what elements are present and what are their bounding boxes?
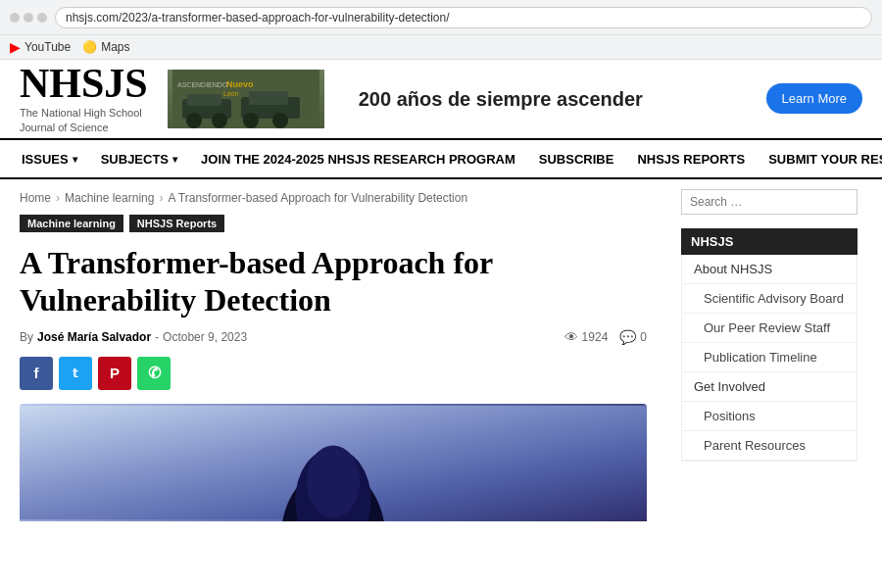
share-twitter[interactable]: 𝕥: [59, 357, 92, 390]
comments-count: 0: [640, 330, 647, 344]
ad-military-image: Nuevo León ASCENDIENDO: [168, 70, 324, 128]
ad-banner-image: Nuevo León ASCENDIENDO: [168, 70, 324, 128]
meta-right: 👁 1924 💬 0: [564, 329, 647, 345]
bookmark-maps-label: Maps: [101, 40, 129, 54]
nav-reports[interactable]: NHSJS REPORTS: [625, 138, 757, 179]
sidebar-widget-title: NHSJS: [681, 228, 858, 255]
content-area: Home › Machine learning › A Transformer-…: [0, 179, 882, 541]
ad-cta-button[interactable]: Learn More: [766, 83, 862, 114]
dot-2: [24, 13, 33, 23]
site-header: NHSJS The National High School Journal o…: [0, 60, 882, 138]
nav-subscribe[interactable]: SUBSCRIBE: [527, 138, 626, 179]
nav-subjects[interactable]: SUBJECTS ▾: [89, 138, 189, 179]
ad-text-block: 200 años de siempre ascender: [344, 87, 747, 111]
views-stat: 👁 1924: [564, 329, 609, 345]
views-count: 1924: [582, 330, 609, 344]
youtube-icon: ▶: [10, 39, 21, 55]
article-image: [20, 404, 647, 521]
dot-1: [10, 13, 20, 23]
svg-point-3: [186, 113, 202, 128]
tag-machine-learning[interactable]: Machine learning: [20, 215, 123, 232]
share-pinterest[interactable]: P: [98, 357, 131, 390]
ad-tagline: 200 años de siempre ascender: [359, 87, 732, 111]
sidebar-search[interactable]: [681, 189, 858, 215]
logo-text: NHSJS: [20, 63, 148, 104]
comment-icon: 💬: [619, 329, 636, 345]
social-share: f 𝕥 P ✆: [20, 357, 647, 390]
comments-stat: 💬 0: [619, 329, 647, 345]
nav-submit[interactable]: SUBMIT YOUR RESE: [757, 138, 882, 179]
meta-date: October 9, 2023: [163, 330, 247, 344]
sidebar-item-about[interactable]: About NHSJS: [682, 255, 857, 284]
maps-icon: 🟡: [82, 40, 97, 54]
article-meta: By José María Salvador - October 9, 2023…: [20, 329, 647, 345]
browser-dots: [10, 13, 47, 23]
svg-text:ASCENDIENDO: ASCENDIENDO: [177, 81, 228, 88]
nav-issues-arrow: ▾: [73, 154, 77, 165]
meta-by: By: [20, 330, 33, 344]
svg-text:Nuevo: Nuevo: [226, 79, 254, 89]
sidebar-menu: About NHSJS Scientific Advisory Board Ou…: [681, 255, 858, 462]
breadcrumb-machine-learning[interactable]: Machine learning: [65, 191, 154, 205]
breadcrumb-current: A Transformer-based Approach for Vulnera…: [168, 191, 467, 205]
meta-left: By José María Salvador - October 9, 2023: [20, 330, 247, 344]
svg-point-8: [272, 113, 288, 128]
sidebar: NHSJS About NHSJS Scientific Advisory Bo…: [666, 179, 872, 541]
dot-3: [37, 13, 47, 23]
bookmarks-bar: ▶ YouTube 🟡 Maps: [0, 35, 882, 60]
logo-subtext: The National High School Journal of Scie…: [20, 106, 148, 134]
bookmark-youtube-label: YouTube: [24, 40, 71, 54]
svg-point-15: [307, 445, 360, 517]
nav-subjects-arrow: ▾: [172, 154, 177, 165]
svg-rect-6: [249, 91, 288, 105]
nav-issues[interactable]: ISSUES ▾: [10, 138, 89, 179]
sidebar-item-positions[interactable]: Positions: [682, 402, 857, 431]
breadcrumb-sep-1: ›: [56, 191, 60, 205]
meta-dash: -: [155, 330, 159, 344]
svg-text:León: León: [223, 90, 239, 97]
svg-rect-2: [187, 94, 221, 106]
breadcrumb-sep-2: ›: [159, 191, 163, 205]
tag-nhsjs-reports[interactable]: NHSJS Reports: [129, 215, 224, 232]
tags-container: Machine learning NHSJS Reports: [20, 215, 647, 232]
share-whatsapp[interactable]: ✆: [137, 357, 171, 390]
sidebar-item-parent-resources[interactable]: Parent Resources: [682, 431, 857, 461]
logo-block[interactable]: NHSJS The National High School Journal o…: [20, 63, 148, 134]
sidebar-item-get-involved[interactable]: Get Involved: [682, 372, 857, 402]
main-nav: ISSUES ▾ SUBJECTS ▾ JOIN THE 2024-2025 N…: [0, 138, 882, 179]
eye-icon: 👁: [564, 329, 578, 345]
article-title: A Transformer-based Approach for Vulnera…: [20, 244, 647, 319]
breadcrumb: Home › Machine learning › A Transformer-…: [20, 191, 647, 205]
svg-point-4: [212, 113, 227, 128]
sidebar-item-advisory[interactable]: Scientific Advisory Board: [682, 284, 857, 314]
sidebar-item-peer-review[interactable]: Our Peer Review Staff: [682, 314, 857, 343]
address-bar[interactable]: nhsjs.com/2023/a-transformer-based-appro…: [55, 7, 872, 28]
nav-research-program[interactable]: JOIN THE 2024-2025 NHSJS RESEARCH PROGRA…: [189, 138, 527, 179]
bookmark-youtube[interactable]: ▶ YouTube: [10, 39, 71, 55]
main-content: Home › Machine learning › A Transformer-…: [0, 179, 666, 541]
browser-bar: nhsjs.com/2023/a-transformer-based-appro…: [0, 0, 882, 35]
share-facebook[interactable]: f: [20, 357, 53, 390]
meta-author: José María Salvador: [37, 330, 151, 344]
sidebar-item-publication-timeline[interactable]: Publication Timeline: [682, 343, 857, 372]
svg-point-7: [243, 113, 259, 128]
bookmark-maps[interactable]: 🟡 Maps: [82, 40, 129, 54]
breadcrumb-home[interactable]: Home: [20, 191, 51, 205]
